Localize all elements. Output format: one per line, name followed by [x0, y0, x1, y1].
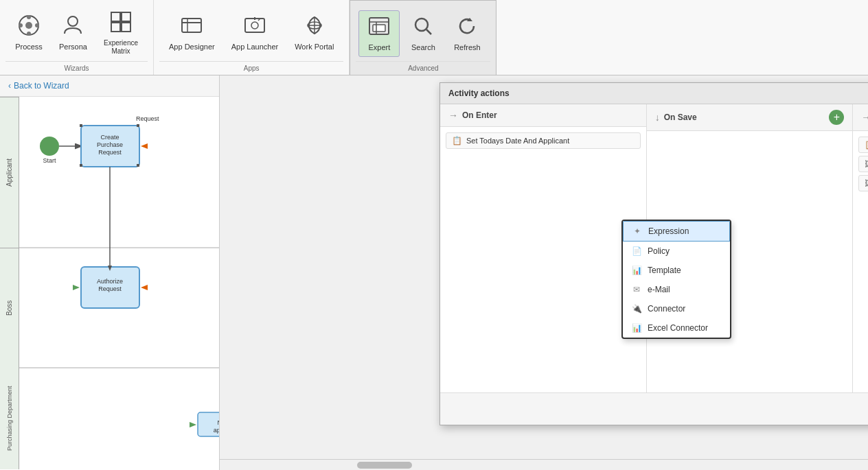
toolbar-item-expert[interactable]: Expert — [358, 10, 400, 57]
process-label: Process — [15, 43, 43, 51]
action-item-set-authority[interactable]: 📋 SetAuthorityLevel — [858, 137, 868, 153]
svg-text:Purchase: Purchase — [97, 141, 123, 148]
back-to-wizard-link[interactable]: ‹ Back to Wizard — [0, 75, 219, 97]
policy-label: Policy — [648, 246, 670, 256]
on-exit-icon: → — [861, 112, 868, 123]
toolbar-item-experience-matrix[interactable]: ExperienceMatrix — [97, 7, 145, 60]
search-label: Search — [411, 43, 435, 52]
workflow-panel: ‹ Back to Wizard Applicant Boss Purchasi… — [0, 75, 220, 470]
toolbar-item-process[interactable]: Process — [8, 10, 49, 56]
svg-point-6 — [68, 16, 78, 26]
svg-rect-14 — [245, 19, 264, 32]
svg-rect-7 — [111, 12, 120, 21]
action-item-set-total-cost[interactable]: 🖼 Set Total Cost Estimate — [858, 156, 868, 172]
on-exit-items: 📋 SetAuthorityLevel 🖼 Set Total Cost Est… — [853, 131, 868, 392]
svg-point-3 — [27, 32, 31, 36]
svg-point-2 — [27, 15, 31, 19]
set-authority-icon: 📋 — [865, 140, 868, 150]
svg-marker-53 — [190, 422, 196, 427]
template-label: Template — [648, 266, 681, 275]
toolbar-group-wizards: Process Persona — [0, 0, 154, 75]
svg-point-4 — [19, 23, 23, 27]
on-save-title: ↓ On Save — [655, 112, 697, 123]
on-exit-column: → On Exit + 📋 SetAuthorityLevel 🖼 Set To… — [853, 104, 868, 392]
action-item-set-date[interactable]: 📋 Set Todays Date And Applicant — [446, 132, 641, 149]
process-icon — [18, 14, 40, 40]
work-portal-label: Work Portal — [295, 43, 334, 51]
app-designer-label: App Designer — [169, 43, 215, 51]
svg-text:Request: Request — [136, 115, 159, 122]
svg-point-1 — [25, 22, 32, 29]
svg-text:Request: Request — [98, 149, 122, 156]
on-enter-column: → On Enter 📋 Set Todays Date And Applica… — [440, 104, 647, 392]
on-enter-icon: → — [448, 110, 458, 121]
set-date-icon: 📋 — [452, 136, 462, 145]
apps-group-label: Apps — [159, 61, 343, 75]
svg-rect-38 — [137, 124, 139, 127]
toolbar-item-refresh[interactable]: Refresh — [446, 11, 488, 56]
expert-icon — [368, 15, 390, 40]
on-exit-title: → On Exit — [861, 112, 868, 123]
svg-rect-40 — [137, 164, 139, 167]
dialog-footer: OK Cancel — [440, 392, 868, 425]
policy-icon: 📄 — [631, 246, 642, 256]
work-portal-icon — [304, 14, 326, 40]
expert-label: Expert — [369, 43, 391, 52]
on-save-add-button[interactable]: + — [829, 110, 844, 125]
svg-rect-11 — [182, 19, 201, 32]
excel-connector-label: Excel Connector — [648, 323, 708, 333]
search-icon — [412, 15, 434, 40]
svg-line-26 — [426, 30, 431, 34]
bottom-scrollbar[interactable] — [220, 459, 868, 470]
main-content: ‹ Back to Wizard Applicant Boss Purchasi… — [0, 75, 868, 470]
persona-label: Persona — [59, 43, 87, 51]
dropdown-item-excel-connector[interactable]: 📊 Excel Connector — [623, 318, 730, 338]
svg-marker-47 — [141, 285, 148, 290]
template-icon: 📊 — [631, 266, 642, 275]
on-enter-items: 📋 Set Todays Date And Applicant — [440, 127, 646, 392]
connector-label: Connector — [648, 304, 685, 314]
on-save-header: ↓ On Save + — [647, 104, 853, 131]
svg-marker-46 — [73, 285, 80, 290]
on-exit-header: → On Exit + — [853, 104, 868, 131]
on-enter-header: → On Enter — [440, 104, 646, 127]
on-save-label: On Save — [664, 113, 697, 122]
on-enter-title: → On Enter — [448, 110, 497, 121]
svg-text:Create: Create — [100, 134, 119, 141]
persona-icon — [62, 14, 84, 40]
expression-label: Expression — [648, 226, 689, 236]
app-designer-icon — [181, 14, 203, 40]
svg-point-30 — [40, 137, 59, 156]
dropdown-item-expression[interactable]: ✦ Expression — [623, 221, 730, 242]
dropdown-menu: ✦ Expression 📄 Policy 📊 Template ✉ e-Mai… — [621, 220, 731, 339]
toolbar-item-work-portal[interactable]: Work Portal — [288, 10, 341, 56]
toolbar: Process Persona — [0, 0, 868, 75]
svg-marker-41 — [141, 143, 148, 149]
svg-rect-39 — [80, 164, 82, 167]
dropdown-item-policy[interactable]: 📄 Policy — [623, 242, 730, 261]
toolbar-group-apps: App Designer App Launcher — [154, 0, 350, 75]
svg-text:Request: Request — [98, 285, 122, 292]
dropdown-item-email[interactable]: ✉ e-Mail — [623, 280, 730, 299]
svg-point-25 — [415, 19, 428, 31]
toolbar-item-app-launcher[interactable]: App Launcher — [225, 10, 286, 56]
svg-rect-8 — [122, 12, 130, 21]
dialog-title: Activity actions — [440, 83, 868, 104]
svg-point-15 — [251, 22, 258, 29]
svg-rect-9 — [111, 23, 120, 32]
toolbar-item-app-designer[interactable]: App Designer — [162, 10, 222, 56]
toolbar-item-persona[interactable]: Persona — [52, 10, 94, 56]
svg-rect-23 — [373, 25, 385, 32]
back-arrow-icon: ‹ — [8, 81, 11, 91]
lane-label-purchasing: Purchasing Department — [0, 368, 19, 469]
refresh-label: Refresh — [454, 43, 481, 52]
email-icon: ✉ — [631, 285, 642, 294]
set-total-cost-icon: 🖼 — [865, 159, 868, 169]
toolbar-item-search[interactable]: Search — [402, 11, 444, 56]
workflow-diagram: Applicant Boss Purchasing Department Sta… — [0, 97, 219, 469]
action-item-set-pr-creator[interactable]: 🖼 Set Purchase Request Creator — [858, 175, 868, 191]
toolbar-group-advanced: Expert Search Refresh — [350, 0, 496, 75]
dropdown-item-template[interactable]: 📊 Template — [623, 261, 730, 280]
dropdown-item-connector[interactable]: 🔌 Connector — [623, 299, 730, 318]
svg-text:Authorize: Authorize — [97, 278, 123, 285]
